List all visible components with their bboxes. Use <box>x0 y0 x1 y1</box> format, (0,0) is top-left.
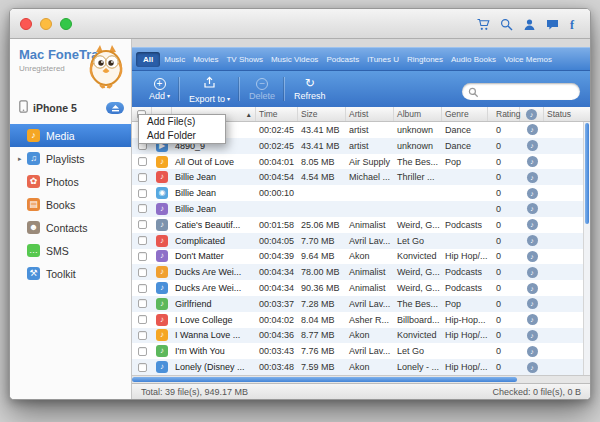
cell-genre: Dance <box>442 141 488 151</box>
cell-artist: Akon <box>346 330 394 340</box>
facebook-icon[interactable]: f <box>569 17 578 30</box>
cell-album: Konvicted <box>394 251 442 261</box>
column-header-size[interactable]: Size <box>298 107 346 121</box>
minimize-button[interactable] <box>40 18 52 30</box>
category-tab[interactable]: Music Videos <box>267 52 322 67</box>
category-tab[interactable]: Ringtones <box>403 52 447 67</box>
cell-artist: Air Supply <box>346 157 394 167</box>
table-row[interactable]: ♪ Girlfriend 00:03:37 7.28 MB Avril Lav.… <box>132 296 583 312</box>
cell-album: Billboard... <box>394 315 442 325</box>
cart-icon[interactable] <box>477 17 490 30</box>
eject-button[interactable] <box>106 102 124 114</box>
media-type-icon: ♪ <box>156 156 168 168</box>
category-tab[interactable]: All <box>136 52 160 67</box>
table-row[interactable]: ♪ I Wanna Love ... 00:04:36 8.77 MB Akon… <box>132 328 583 344</box>
support-icon[interactable] <box>523 17 536 30</box>
table-row[interactable]: ♪ Billie Jean 0 ♪ <box>132 201 583 217</box>
table-row[interactable]: ♪ Lonely (Disney ... 00:03:48 7.59 MB Ak… <box>132 359 583 375</box>
row-checkbox[interactable] <box>138 331 147 340</box>
category-tab[interactable]: Podcasts <box>322 52 363 67</box>
cell-album: Weird, G... <box>394 220 442 230</box>
row-checkbox[interactable] <box>138 347 147 356</box>
row-checkbox[interactable] <box>138 268 147 277</box>
row-checkbox[interactable] <box>138 157 147 166</box>
menu-item-add-files[interactable]: Add File(s) <box>139 115 225 129</box>
cell-rating: 0 <box>488 172 520 182</box>
sidebar-item[interactable]: … SMS <box>10 239 131 262</box>
table-row[interactable]: ◉ Billie Jean 00:00:10 0 ♪ <box>132 185 583 201</box>
close-button[interactable] <box>20 18 32 30</box>
sidebar-item[interactable]: ▸ ♫ Playlists <box>10 147 131 170</box>
sidebar-item[interactable]: ⚒ Toolkit <box>10 262 131 285</box>
titlebar: f <box>10 9 590 39</box>
refresh-button[interactable]: ↻ Refresh <box>285 72 335 106</box>
table-row[interactable]: ♪ Complicated 00:04:05 7.70 MB Avril Lav… <box>132 233 583 249</box>
column-header-rating[interactable]: Rating <box>488 107 520 121</box>
table-row[interactable]: ♪ Don't Matter 00:04:39 9.64 MB Akon Kon… <box>132 249 583 265</box>
table-row[interactable]: ♪ Catie's Beautif... 00:01:58 25.06 MB A… <box>132 217 583 233</box>
media-type-icon: ♪ <box>156 282 168 294</box>
file-table: ▲ Time Size Artist Album Genre Rating ♪ … <box>132 107 590 375</box>
export-button-label: Export to <box>189 94 225 104</box>
cell-size: 9.64 MB <box>298 251 346 261</box>
sidebar-item[interactable]: ✿ Photos <box>10 170 131 193</box>
row-checkbox[interactable] <box>138 284 147 293</box>
column-header-audio-tag[interactable]: ♪ <box>520 107 544 121</box>
category-tab[interactable]: iTunes U <box>363 52 403 67</box>
menu-item-add-folder[interactable]: Add Folder <box>139 129 225 143</box>
category-tab[interactable]: Voice Memos <box>500 52 556 67</box>
cell-size: 43.41 MB <box>298 125 346 135</box>
add-button[interactable]: + Add▾ <box>140 72 179 106</box>
column-header-artist[interactable]: Artist <box>346 107 394 121</box>
category-tab[interactable]: TV Shows <box>222 52 266 67</box>
status-bar: Total: 39 file(s), 949.17 MB Checked: 0 … <box>132 383 590 399</box>
row-checkbox[interactable] <box>138 363 147 372</box>
cell-album: unknown <box>394 125 442 135</box>
media-type-icon: ♪ <box>156 235 168 247</box>
cell-rating: 0 <box>488 299 520 309</box>
cell-time: 00:04:02 <box>256 315 298 325</box>
column-header-genre[interactable]: Genre <box>442 107 488 121</box>
table-row[interactable]: ♪ Ducks Are Wei... 00:04:34 78.00 MB Ani… <box>132 264 583 280</box>
horizontal-scrollbar[interactable] <box>132 375 590 383</box>
sidebar-item[interactable]: ☻ Contacts <box>10 216 131 239</box>
export-button[interactable]: Export to▾ <box>180 72 239 106</box>
column-header-status[interactable]: Status <box>544 107 583 121</box>
delete-button[interactable]: − Delete <box>240 72 284 106</box>
tab-label: Movies <box>193 55 218 64</box>
audio-tag-icon: ♪ <box>527 330 538 341</box>
row-checkbox[interactable] <box>138 299 147 308</box>
column-header-album[interactable]: Album <box>394 107 442 121</box>
table-row[interactable]: ♪ Billie Jean 00:04:54 4.54 MB Michael .… <box>132 169 583 185</box>
vertical-scrollbar[interactable] <box>583 122 590 375</box>
feedback-chat-icon[interactable] <box>546 17 559 30</box>
category-tab[interactable]: Audio Books <box>447 52 500 67</box>
category-tab[interactable]: Movies <box>189 52 222 67</box>
refresh-icon: ↻ <box>305 77 315 90</box>
device-row[interactable]: iPhone 5 <box>10 97 131 119</box>
row-checkbox[interactable] <box>138 204 147 213</box>
sidebar-item[interactable]: ▤ Books <box>10 193 131 216</box>
zoom-button[interactable] <box>60 18 72 30</box>
row-checkbox[interactable] <box>138 220 147 229</box>
cell-name: I Love College <box>172 315 256 325</box>
search-icon[interactable] <box>500 17 513 30</box>
search-input[interactable] <box>462 83 580 100</box>
disclosure-triangle-icon[interactable]: ▸ <box>18 155 27 163</box>
audio-tag-icon: ♪ <box>527 251 538 262</box>
row-checkbox[interactable] <box>138 189 147 198</box>
cell-time: 00:04:05 <box>256 236 298 246</box>
table-row[interactable]: ♪ I Love College 00:04:02 8.04 MB Asher … <box>132 312 583 328</box>
table-row[interactable]: ♪ I'm With You 00:03:43 7.76 MB Avril La… <box>132 343 583 359</box>
column-header-time[interactable]: Time <box>256 107 298 121</box>
table-row[interactable]: ♪ Ducks Are Wei... 00:04:34 90.36 MB Ani… <box>132 280 583 296</box>
horizontal-scrollbar-thumb[interactable] <box>132 377 517 382</box>
vertical-scrollbar-thumb[interactable] <box>585 123 589 224</box>
row-checkbox[interactable] <box>138 173 147 182</box>
sidebar-item[interactable]: ♪ Media <box>10 124 131 147</box>
row-checkbox[interactable] <box>138 315 147 324</box>
table-row[interactable]: ♪ All Out of Love 00:04:01 8.05 MB Air S… <box>132 154 583 170</box>
category-tab[interactable]: Music <box>160 52 189 67</box>
row-checkbox[interactable] <box>138 252 147 261</box>
row-checkbox[interactable] <box>138 236 147 245</box>
